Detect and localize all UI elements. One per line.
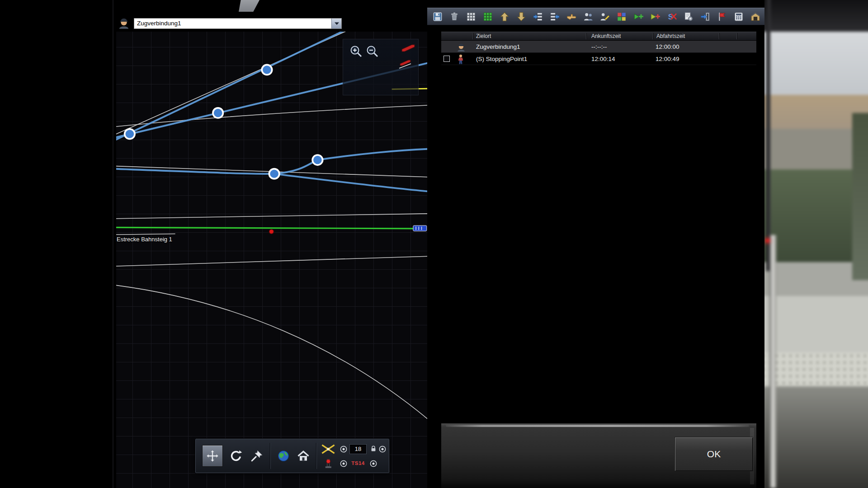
dialog-bottom-bar: OK [441, 423, 756, 488]
cell-arrival: 12:00:14 [591, 53, 615, 65]
save-icon [432, 11, 443, 22]
dropdown-arrow-button[interactable] [331, 19, 341, 28]
radio-switch-option[interactable] [340, 445, 348, 453]
radio-signal-option[interactable] [340, 460, 348, 468]
move-down-button[interactable] [514, 10, 528, 23]
grid-green-icon [482, 11, 493, 22]
column-separator[interactable] [472, 33, 473, 39]
scene-pole-light [769, 235, 776, 488]
route-node[interactable] [262, 65, 272, 75]
schedule-row-stoppingpoint[interactable]: (S) StoppingPoint1 12:00:14 12:00:49 [441, 53, 756, 65]
pointer-hand-icon [566, 11, 577, 22]
signal-red-slash-icon[interactable] [397, 58, 413, 70]
edit-person-icon [599, 11, 610, 22]
column-separator[interactable] [652, 33, 653, 39]
flag-button[interactable] [715, 10, 729, 23]
scene-signal-light [765, 239, 769, 243]
keypad-button[interactable] [732, 10, 745, 23]
scene-foliage [852, 113, 868, 280]
move-up-button[interactable] [498, 10, 511, 23]
zoom-in-button[interactable] [349, 44, 364, 59]
switch-icon [321, 443, 336, 455]
insert-before-icon [533, 11, 543, 22]
insert-after-icon [549, 11, 560, 22]
cell-departure: 12:00:49 [656, 53, 679, 65]
rotate-tool-button[interactable] [226, 445, 246, 467]
globe-icon [277, 449, 290, 463]
column-separator[interactable] [736, 33, 737, 39]
route-dropdown-value: Zugverbindung1 [134, 19, 331, 28]
grid-small-button[interactable] [464, 10, 478, 23]
app-window: Estrecke Bahnsteig 1 Zugverbindung1 [0, 0, 868, 488]
signal-icon [321, 458, 336, 469]
panel-highlight-strip [446, 425, 749, 427]
insert-before-button[interactable] [531, 10, 545, 23]
column-separator[interactable] [586, 33, 586, 39]
column-separator[interactable] [719, 33, 719, 39]
grid-size-field[interactable]: 18 [349, 444, 367, 454]
scene-fragment [239, 0, 259, 12]
color-grid-button[interactable] [615, 10, 628, 23]
add-contact-button[interactable] [632, 10, 645, 23]
trash-icon [449, 11, 460, 22]
toolbar-divider [316, 443, 316, 469]
cell-destination: (S) StoppingPoint1 [476, 53, 527, 65]
depot-button[interactable] [749, 10, 762, 23]
remove-signal-icon: S [666, 11, 677, 22]
scene-band [764, 296, 868, 352]
cell-departure: 12:00:00 [656, 41, 679, 53]
globe-view-button[interactable] [274, 445, 293, 467]
radio-grid-option[interactable] [378, 445, 387, 453]
delete-button[interactable] [448, 10, 461, 23]
depot-icon [750, 11, 761, 22]
train-marker[interactable] [413, 225, 427, 231]
arrow-down-icon [516, 11, 527, 22]
signal-layer-button[interactable] [320, 457, 337, 470]
row-checkbox[interactable] [443, 56, 450, 62]
zoom-out-button[interactable] [365, 44, 380, 59]
import-icon [700, 11, 711, 22]
lock-icon[interactable] [369, 445, 377, 453]
remove-signal-button[interactable]: S [665, 10, 679, 23]
rotate-icon [229, 449, 243, 463]
column-header-abfahrtszeit[interactable]: Abfahrtszeit [656, 32, 685, 41]
insert-after-button[interactable] [548, 10, 561, 23]
home-view-button[interactable] [293, 445, 313, 467]
add-contact-alt-button[interactable] [648, 10, 662, 23]
import-button[interactable] [698, 10, 712, 23]
driver-avatar-icon [117, 16, 131, 29]
radio-code-option[interactable] [369, 460, 377, 468]
staff-button[interactable] [581, 10, 595, 23]
route-dropdown[interactable]: Zugverbindung1 [134, 18, 342, 29]
switch-layer-button[interactable] [320, 443, 337, 455]
route-node[interactable] [213, 108, 223, 118]
staff-icon [583, 11, 594, 22]
pan-tool-button[interactable] [202, 445, 223, 467]
track-map-panel[interactable]: Estrecke Bahnsteig 1 [116, 32, 427, 488]
column-header-ankunftszeit[interactable]: Ankunftszeit [591, 32, 621, 41]
properties-button[interactable] [682, 10, 695, 23]
add-contact-alt-icon [650, 11, 660, 22]
pin-tool-button[interactable] [246, 445, 267, 467]
signal-marker[interactable] [269, 230, 274, 234]
scene-pole-dark [766, 0, 770, 271]
cell-destination: Zugverbindung1 [476, 41, 520, 53]
color-grid-icon [616, 11, 627, 22]
track-map-canvas [116, 32, 427, 488]
grid-green-button[interactable] [481, 10, 495, 23]
assign-button[interactable] [565, 10, 578, 23]
pin-icon [250, 449, 264, 463]
column-header-zielort[interactable]: Zielort [476, 32, 491, 41]
edit-person-button[interactable] [598, 10, 612, 23]
schedule-table-header: Zielort Ankunftszeit Abfahrtszeit [441, 32, 756, 41]
route-node[interactable] [125, 129, 135, 139]
save-button[interactable] [431, 10, 444, 23]
schedule-row-route[interactable]: Zugverbindung1 --:--:-- 12:00:00 [441, 41, 756, 53]
arrow-up-icon [499, 11, 510, 22]
route-node[interactable] [269, 169, 279, 179]
map-toolbar: 18 TS14 [195, 439, 389, 473]
signal-red-icon[interactable] [400, 43, 416, 53]
active-green-track [116, 227, 414, 228]
route-node[interactable] [312, 155, 322, 165]
ok-button[interactable]: OK [675, 437, 753, 471]
